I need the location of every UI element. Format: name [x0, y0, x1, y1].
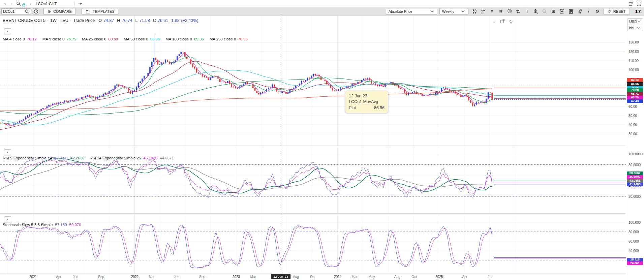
price-axis[interactable]: USD bbl 130.00120.00110.00100.0060.0050.…: [626, 15, 644, 280]
tab-title[interactable]: LCOc1 CHT: [36, 2, 57, 6]
zoom-out-icon[interactable]: [541, 8, 549, 15]
open-in-new-icon[interactable]: [628, 1, 633, 6]
collapse-price-panel-button[interactable]: ‹: [4, 28, 11, 34]
collapse-stoch-panel-button[interactable]: ‹: [4, 216, 11, 222]
ma-label: MA 25 close 0: [82, 37, 106, 41]
symbol-name: BRENT CRUDE OCT5: [3, 18, 45, 23]
tradingview-logo[interactable]: 17: [635, 9, 641, 14]
close-label: C: [153, 18, 156, 23]
folder-icon: [86, 9, 90, 14]
price-scale-select[interactable]: Absolute Price: [386, 8, 437, 14]
high-value: 76.74: [122, 18, 132, 23]
ma-label: MA 250 close 0: [210, 37, 236, 41]
data-tooltip: 12 Jun 23 LCOc1 MovAvg Plot 86.96: [345, 91, 388, 113]
currency-unit-box[interactable]: USD bbl: [627, 18, 643, 31]
rsi9-value: 47.3211: [54, 156, 68, 160]
high-label: H: [117, 18, 120, 23]
ma-legend: MA 4 close 076.12MA 9 close 076.75MA 25 …: [3, 37, 248, 41]
price-badge: 80.13: [627, 78, 643, 82]
ma-value: 76.75: [66, 37, 76, 41]
legend-separator: ·: [70, 18, 71, 23]
ma-legend-item[interactable]: MA 25 close 080.60: [82, 37, 118, 41]
templates-button[interactable]: TEMPLATES: [82, 8, 119, 14]
unit-select[interactable]: bbl: [627, 25, 643, 31]
chart-area[interactable]: BRENT CRUDE OCT5 · 1W · IEU · Trade Pric…: [0, 15, 626, 280]
reset-button[interactable]: ↺ RESET: [604, 8, 630, 15]
events-icon[interactable]: ⓔ: [506, 8, 514, 15]
rsi14-value: 45.1036: [143, 156, 157, 160]
change-pct: (+2.43%): [181, 18, 198, 23]
forward-button[interactable]: ›: [9, 1, 14, 6]
rsi-legend[interactable]: RSI 9 Exponential Simple 14 47.3211 42.2…: [3, 156, 174, 160]
chart-quick-actions: ↓↻: [491, 19, 514, 24]
currency-select[interactable]: USD: [627, 19, 643, 25]
tab-bar: ‹ › › LCOc1 CHT +: [0, 0, 644, 7]
lock-icon: [22, 2, 26, 7]
close-value: 76.61: [158, 18, 168, 23]
time-axis-label: Aug: [293, 275, 299, 279]
add-panel-icon[interactable]: [558, 8, 566, 15]
search-icon[interactable]: [16, 1, 21, 6]
tooltip-date: 12 Jun 23: [349, 94, 385, 98]
back-button[interactable]: ‹: [3, 1, 7, 6]
axis-tick: 80.000: [628, 230, 639, 234]
candlestick-style-icon[interactable]: [471, 8, 479, 15]
layout-rows-icon[interactable]: ≡: [488, 8, 496, 15]
interval-history-button[interactable]: [33, 8, 39, 14]
chevron-down-icon: [636, 26, 641, 30]
stoch-panel-plot[interactable]: [0, 215, 626, 274]
panel-divider[interactable]: [0, 146, 644, 146]
clock-icon: [34, 9, 38, 14]
indicators-icon[interactable]: [480, 8, 487, 15]
jump-to-latest-icon[interactable]: ↓: [491, 19, 497, 24]
overlay-waves-icon[interactable]: ≋: [497, 8, 505, 15]
change-value: 1.82: [171, 18, 179, 23]
legend-interval: 1W: [50, 18, 57, 23]
popout-icon[interactable]: [500, 19, 505, 24]
stoch-badge: 25.318: [627, 258, 643, 261]
price-panel-plot[interactable]: [0, 15, 626, 146]
expand-icon[interactable]: [637, 1, 641, 6]
tooltip-row-value: 86.96: [374, 105, 385, 110]
symbol-search-input[interactable]: LCOc1: [1, 8, 31, 14]
data-table-icon[interactable]: ⊞: [550, 8, 557, 15]
compare-button[interactable]: ⊕ COMPARE: [43, 8, 76, 14]
interval-value: Weekly: [442, 9, 454, 13]
ma-legend-item[interactable]: MA 250 close 070.56: [210, 37, 248, 41]
ma-legend-item[interactable]: MA 50 close 086.96: [124, 37, 160, 41]
rsi9-label: RSI 9 Exponential Simple 14: [3, 156, 52, 160]
symbol-search-icon[interactable]: [25, 9, 29, 14]
time-axis-label: Sep: [98, 275, 104, 279]
text-tool-icon[interactable]: T: [523, 8, 531, 15]
panel-divider[interactable]: [0, 213, 644, 214]
time-axis-label: 2024: [334, 275, 341, 279]
price-legend[interactable]: BRENT CRUDE OCT5 · 1W · IEU · Trade Pric…: [3, 18, 198, 23]
axis-tick: 20.0000: [628, 195, 641, 198]
open-value: 74.87: [103, 18, 114, 23]
interval-select[interactable]: Weekly: [439, 8, 468, 14]
ma-legend-item[interactable]: MA 9 close 076.75: [42, 37, 76, 41]
stoch-legend[interactable]: Stochastic Slow 5 3 3 Simple 57.189 50.0…: [3, 223, 81, 227]
axis-tick: 130.00: [628, 40, 639, 44]
axis-tick: 40.000: [628, 249, 639, 253]
low-value: 71.58: [139, 18, 150, 23]
time-axis[interactable]: 2021AprJunSep2022MarJunSep2023MarAugOct2…: [0, 274, 626, 280]
reload-icon[interactable]: ↻: [508, 19, 514, 24]
settings-gear-icon[interactable]: ⚙: [593, 8, 601, 15]
chevron-down-icon: [637, 19, 642, 24]
time-axis-border: [0, 274, 644, 274]
ma-legend-item[interactable]: MA 100 close 089.36: [165, 37, 204, 41]
news-icon[interactable]: [567, 8, 575, 15]
new-tab-button[interactable]: +: [80, 1, 82, 6]
time-axis-label: Sep: [199, 275, 205, 279]
measure-icon[interactable]: [515, 8, 522, 15]
zoom-in-icon[interactable]: [532, 8, 540, 15]
legend-separator: ·: [58, 18, 60, 23]
rsi14-ma-value: 44.6671: [160, 156, 174, 160]
more-options-icon[interactable]: ⋮: [585, 8, 592, 15]
compare-plus-icon: ⊕: [48, 9, 51, 14]
ma-legend-item[interactable]: MA 4 close 076.12: [3, 37, 37, 41]
collapse-rsi-panel-button[interactable]: ‹: [4, 149, 11, 155]
export-icon[interactable]: [576, 8, 584, 15]
time-axis-label: Apr: [56, 275, 61, 279]
